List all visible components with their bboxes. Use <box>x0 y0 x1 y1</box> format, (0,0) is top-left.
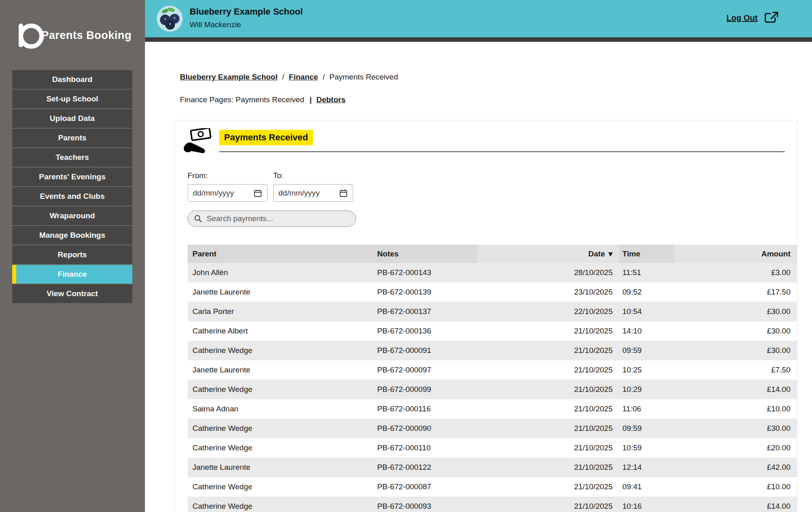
search-box[interactable] <box>188 211 356 227</box>
cell-amount: £14.00 <box>674 497 797 512</box>
panel-title-wrap: Payments Received <box>219 128 785 152</box>
sidebar-item-reports[interactable]: Reports <box>12 245 132 264</box>
cell-amount: £10.00 <box>674 477 797 497</box>
from-date-placeholder: dd/mm/yyyy <box>193 189 253 198</box>
header-amount[interactable]: Amount <box>674 245 797 263</box>
table-row: Catherine WedgePB-672-00009321/10/202510… <box>188 497 797 512</box>
breadcrumb-finance-link[interactable]: Finance <box>289 73 318 81</box>
table-row: Catherine WedgePB-672-00009121/10/202509… <box>188 341 797 360</box>
table-row: Janette LaurentePB-672-00012221/10/20251… <box>188 458 797 477</box>
cell-parent: Catherine Albert <box>188 321 376 341</box>
finance-pages-current: Payments Received <box>235 95 304 104</box>
cell-amount: £3.00 <box>674 263 797 282</box>
calendar-icon[interactable] <box>253 189 262 198</box>
money-hand-icon <box>183 128 213 155</box>
from-date-input[interactable]: dd/mm/yyyy <box>188 184 268 202</box>
cell-date: 21/10/2025 <box>478 341 619 360</box>
panel-body: From: dd/mm/yyyy To: dd/mm/yy <box>175 171 797 512</box>
breadcrumb-separator: / <box>282 73 284 81</box>
payments-table-body: John AllénPB-672-00014328/10/202511:51£3… <box>188 263 797 512</box>
cell-parent: Saima Adnan <box>188 399 376 419</box>
cell-date: 22/10/2025 <box>478 302 619 321</box>
top-header: Blueberry Example School Will Mackenzie … <box>145 0 812 37</box>
table-row: John AllénPB-672-00014328/10/202511:51£3… <box>188 263 797 282</box>
sidebar-item-parents-evenings[interactable]: Parents' Evenings <box>12 168 132 186</box>
page-title: Payments Received <box>219 130 313 145</box>
to-date-input[interactable]: dd/mm/yyyy <box>273 184 353 202</box>
logout-icon <box>763 11 780 25</box>
from-date-group: From: dd/mm/yyyy <box>188 171 268 202</box>
breadcrumb-separator: / <box>323 73 325 81</box>
cell-parent: Catherine Wedge <box>188 497 376 512</box>
cell-date: 28/10/2025 <box>478 263 619 282</box>
cell-time: 09:41 <box>619 477 674 497</box>
cell-time: 10:59 <box>619 438 674 458</box>
sidebar-item-finance[interactable]: Finance <box>12 265 132 284</box>
sidebar-item-parents[interactable]: Parents <box>12 129 132 147</box>
cell-time: 11:06 <box>619 399 674 419</box>
sidebar-item-manage-bookings[interactable]: Manage Bookings <box>12 226 132 245</box>
blueberry-school-logo <box>156 5 183 32</box>
parents-booking-logo[interactable]: Parents Booking <box>19 24 132 47</box>
main-content: Blueberry Example School / Finance / Pay… <box>145 42 812 512</box>
cell-time: 12:14 <box>619 458 674 477</box>
cell-notes: PB-672-000090 <box>376 419 478 438</box>
cell-time: 14:10 <box>619 321 674 341</box>
sidebar-item-events-and-clubs[interactable]: Events and Clubs <box>12 187 132 206</box>
debtors-link[interactable]: Debtors <box>316 95 346 104</box>
calendar-icon[interactable] <box>339 189 348 198</box>
table-row: Janette LaurentePB-672-00009721/10/20251… <box>188 360 797 380</box>
table-row: Carla PorterPB-672-00013722/10/202510:54… <box>188 302 797 321</box>
cell-notes: PB-672-000137 <box>376 302 478 321</box>
cell-parent: Carla Porter <box>188 302 376 321</box>
cell-parent: John Allén <box>188 263 376 282</box>
header-parent[interactable]: Parent <box>188 245 376 263</box>
cell-parent: Catherine Wedge <box>188 419 376 438</box>
cell-notes: PB-672-000122 <box>376 458 478 477</box>
logout-button[interactable]: Log Out <box>726 11 780 25</box>
cell-notes: PB-672-000099 <box>376 380 478 399</box>
cell-notes: PB-672-000091 <box>376 341 478 360</box>
cell-amount: £7.50 <box>674 360 797 380</box>
sidebar-item-dashboard[interactable]: Dashboard <box>12 70 132 89</box>
cell-date: 21/10/2025 <box>478 399 619 419</box>
sidebar-item-view-contract[interactable]: View Contract <box>12 284 132 303</box>
cell-amount: £20.00 <box>674 438 797 458</box>
table-row: Catherine WedgePB-672-00008721/10/202509… <box>188 477 797 497</box>
cell-date: 21/10/2025 <box>478 380 619 399</box>
search-input[interactable] <box>207 214 350 223</box>
sidebar-item-teachers[interactable]: Teachers <box>12 148 132 167</box>
table-row: Saima AdnanPB-672-00011621/10/202511:06£… <box>188 399 797 419</box>
logout-label: Log Out <box>726 13 758 23</box>
cell-notes: PB-672-000136 <box>376 321 478 341</box>
cell-amount: £42.00 <box>674 458 797 477</box>
brand-name: Parents Booking <box>41 29 132 42</box>
sidebar-item-setup-school[interactable]: Set-up School <box>12 90 132 108</box>
cell-parent: Janette Laurente <box>188 360 376 380</box>
to-label: To: <box>273 171 353 180</box>
breadcrumb-current: Payments Received <box>329 73 398 81</box>
cell-time: 10:16 <box>619 497 674 512</box>
sidebar-item-upload-data[interactable]: Upload Data <box>12 109 132 128</box>
cell-notes: PB-672-000087 <box>376 477 478 497</box>
cell-amount: £30.00 <box>674 321 797 341</box>
payments-received-panel: Payments Received From: dd/mm/yyyy <box>175 120 797 512</box>
cell-date: 21/10/2025 <box>478 419 619 438</box>
parents-booking-p-icon <box>19 24 37 47</box>
header-notes[interactable]: Notes <box>376 245 478 263</box>
sidebar-item-wraparound[interactable]: Wraparound <box>12 207 132 225</box>
cell-parent: Catherine Wedge <box>188 380 376 399</box>
finance-pages-nav: Finance Pages: Payments Received | Debto… <box>180 95 346 104</box>
cell-amount: £17.50 <box>674 282 797 302</box>
header-date-label: Date <box>588 250 605 258</box>
breadcrumb-school-link[interactable]: Blueberry Example School <box>180 73 278 81</box>
cell-date: 21/10/2025 <box>478 321 619 341</box>
breadcrumb: Blueberry Example School / Finance / Pay… <box>180 73 398 82</box>
sidebar: Parents Booking Dashboard Set-up School … <box>0 0 145 512</box>
cell-amount: £30.00 <box>674 341 797 360</box>
sort-desc-icon: ▼ <box>608 251 613 257</box>
header-date[interactable]: Date ▼ <box>478 245 619 263</box>
cell-time: 09:52 <box>619 282 674 302</box>
cell-parent: Catherine Wedge <box>188 477 376 497</box>
header-time[interactable]: Time <box>619 245 674 263</box>
